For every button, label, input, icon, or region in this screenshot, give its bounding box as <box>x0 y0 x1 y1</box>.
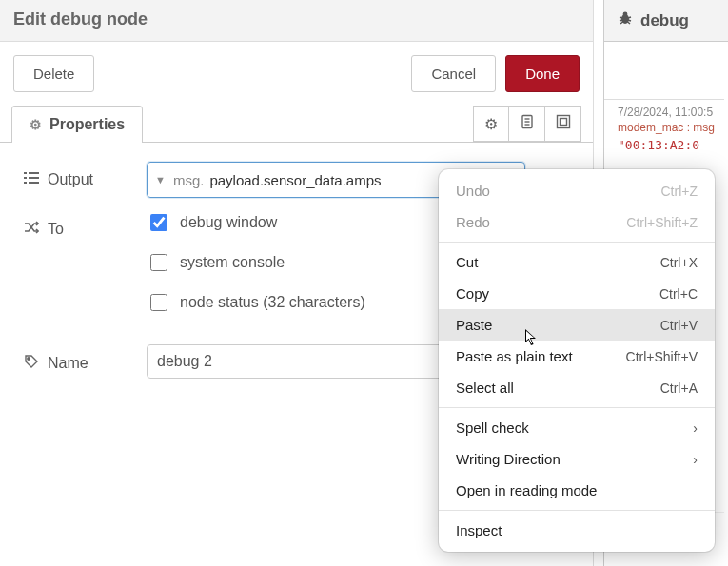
menu-item-shortcut: Ctrl+X <box>660 255 698 270</box>
panel-title: Edit debug node <box>0 0 593 42</box>
menu-item-cut[interactable]: CutCtrl+X <box>439 246 715 278</box>
name-label: Name <box>23 344 147 373</box>
bug-icon <box>618 10 633 30</box>
menu-item-writing-direction[interactable]: Writing Direction› <box>439 443 715 475</box>
cancel-button[interactable]: Cancel <box>411 55 496 92</box>
gear-icon: ⚙ <box>484 115 498 133</box>
debug-entry: 7/28/2024, 11:00:5 modem_mac : msg "00:1… <box>604 99 724 152</box>
menu-item-label: Select all <box>456 380 514 396</box>
svg-rect-11 <box>29 182 39 184</box>
menu-item-open-in-reading-mode[interactable]: Open in reading mode <box>439 475 715 506</box>
debug-time: 7/28/2024, 11:00:5 <box>618 106 724 119</box>
box-icon <box>555 113 572 134</box>
svg-point-14 <box>623 12 628 17</box>
menu-item-label: Undo <box>456 183 490 199</box>
menu-item-label: Inspect <box>456 522 502 538</box>
node-status-label: node status (32 characters) <box>180 294 365 311</box>
menu-item-paste[interactable]: PasteCtrl+V <box>439 309 715 341</box>
svg-line-15 <box>620 17 622 18</box>
menu-item-paste-as-plain-text[interactable]: Paste as plain textCtrl+Shift+V <box>439 341 715 372</box>
sidebar-tab-label: debug <box>640 11 689 30</box>
menu-separator <box>439 407 715 408</box>
delete-button[interactable]: Delete <box>13 55 94 92</box>
svg-rect-7 <box>29 172 39 174</box>
svg-rect-10 <box>24 182 27 184</box>
svg-rect-6 <box>24 172 27 174</box>
svg-rect-5 <box>560 119 566 126</box>
menu-item-label: Paste <box>456 317 492 333</box>
list-icon <box>23 171 40 188</box>
context-menu: UndoCtrl+ZRedoCtrl+Shift+ZCutCtrl+XCopyC… <box>439 169 715 552</box>
to-label-text: To <box>48 221 64 238</box>
shuffle-icon <box>23 221 40 238</box>
menu-separator <box>439 510 715 511</box>
chevron-down-icon[interactable]: ▼ <box>155 174 166 185</box>
system-console-checkbox[interactable] <box>150 254 167 271</box>
tab-label: Properties <box>49 116 125 133</box>
svg-line-16 <box>628 17 631 18</box>
node-doc-button[interactable] <box>509 106 545 142</box>
chevron-right-icon: › <box>693 420 698 436</box>
svg-rect-9 <box>29 177 39 179</box>
menu-item-inspect[interactable]: Inspect <box>439 515 715 546</box>
debug-window-checkbox[interactable] <box>150 214 167 231</box>
output-label: Output <box>23 162 147 188</box>
menu-item-undo: UndoCtrl+Z <box>439 175 715 206</box>
menu-item-shortcut: Ctrl+V <box>660 318 698 333</box>
output-type-label[interactable]: msg. <box>171 172 205 188</box>
menu-item-label: Copy <box>456 285 489 302</box>
menu-item-shortcut: Ctrl+Shift+Z <box>626 215 698 230</box>
done-button[interactable]: Done <box>505 55 580 92</box>
svg-line-18 <box>628 20 631 21</box>
document-icon <box>520 114 535 133</box>
menu-item-shortcut: Ctrl+Z <box>661 184 698 199</box>
svg-line-20 <box>628 22 631 24</box>
tag-icon <box>23 354 40 373</box>
menu-item-spell-check[interactable]: Spell check› <box>439 412 715 443</box>
tab-properties[interactable]: ⚙ Properties <box>11 106 143 143</box>
debug-window-label: debug window <box>180 214 277 231</box>
menu-item-shortcut: Ctrl+Shift+V <box>626 349 698 364</box>
menu-item-shortcut: Ctrl+A <box>660 381 698 396</box>
svg-point-12 <box>28 358 30 360</box>
sidebar-tab-debug[interactable]: debug <box>603 0 728 42</box>
menu-item-label: Spell check <box>456 420 529 436</box>
menu-item-label: Redo <box>456 214 490 230</box>
svg-line-17 <box>620 20 622 21</box>
button-row: Delete Cancel Done <box>0 42 593 106</box>
system-console-label: system console <box>180 254 285 271</box>
chevron-right-icon: › <box>693 452 698 467</box>
node-appearance-button[interactable] <box>545 106 581 142</box>
menu-item-label: Paste as plain text <box>456 348 573 364</box>
output-label-text: Output <box>48 171 93 188</box>
menu-item-label: Open in reading mode <box>456 482 597 498</box>
menu-item-select-all[interactable]: Select allCtrl+A <box>439 372 715 403</box>
menu-item-redo: RedoCtrl+Shift+Z <box>439 206 715 238</box>
gear-icon: ⚙ <box>30 117 42 132</box>
menu-item-label: Writing Direction <box>456 451 561 467</box>
debug-value: "00:13:A2:0 <box>618 138 724 152</box>
menu-separator <box>439 242 715 243</box>
svg-line-19 <box>620 22 623 24</box>
name-label-text: Name <box>48 355 89 372</box>
menu-item-shortcut: Ctrl+C <box>659 286 698 302</box>
node-settings-button[interactable]: ⚙ <box>473 106 509 142</box>
menu-item-label: Cut <box>456 254 478 270</box>
to-label: To <box>23 211 147 238</box>
debug-topic: modem_mac : msg <box>618 121 724 134</box>
menu-item-copy[interactable]: CopyCtrl+C <box>439 278 715 309</box>
node-status-checkbox[interactable] <box>150 294 167 311</box>
svg-rect-8 <box>24 177 27 179</box>
svg-rect-4 <box>557 116 569 128</box>
tabs: ⚙ Properties ⚙ <box>0 106 593 143</box>
